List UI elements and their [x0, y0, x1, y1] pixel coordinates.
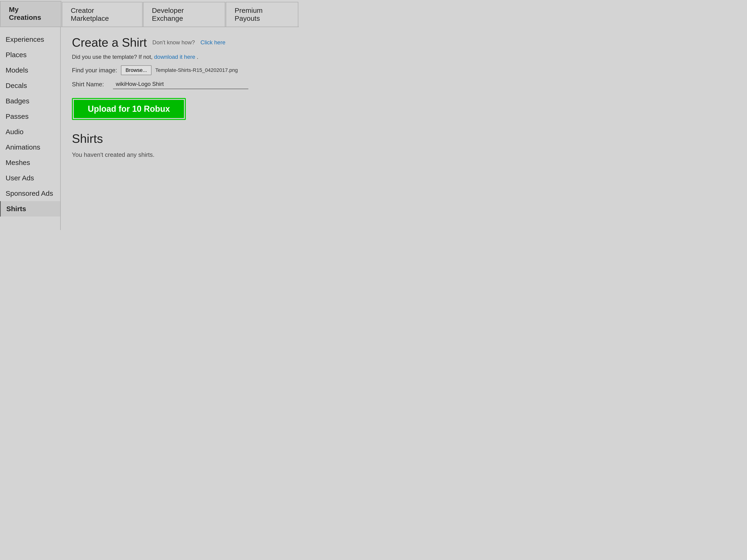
- sidebar-item-audio[interactable]: Audio: [0, 124, 60, 139]
- tab-creator-marketplace[interactable]: Creator Marketplace: [62, 2, 143, 27]
- template-text: Did you use the template? If not,: [72, 54, 153, 60]
- main-layout: Experiences Places Models Decals Badges …: [0, 27, 299, 230]
- sidebar-item-meshes[interactable]: Meshes: [0, 155, 60, 170]
- sidebar: Experiences Places Models Decals Badges …: [0, 27, 61, 230]
- shirt-name-label: Shirt Name:: [72, 81, 109, 88]
- shirts-section-title: Shirts: [72, 132, 288, 145]
- browse-button[interactable]: Browse...: [121, 65, 152, 75]
- sidebar-item-animations[interactable]: Animations: [0, 139, 60, 155]
- sidebar-item-experiences[interactable]: Experiences: [0, 32, 60, 47]
- tab-premium-payouts[interactable]: Premium Payouts: [226, 2, 298, 27]
- download-link[interactable]: download it here: [154, 54, 195, 60]
- template-period: .: [197, 54, 199, 60]
- sidebar-item-user-ads[interactable]: User Ads: [0, 170, 60, 186]
- sidebar-item-shirts[interactable]: Shirts: [0, 201, 60, 216]
- template-line: Did you use the template? If not, downlo…: [72, 54, 288, 60]
- file-name-display: Template-Shirts-R15_04202017.png: [155, 67, 238, 73]
- upload-button[interactable]: Upload for 10 Robux: [74, 100, 184, 118]
- tab-developer-exchange[interactable]: Developer Exchange: [143, 2, 225, 27]
- sidebar-item-decals[interactable]: Decals: [0, 78, 60, 93]
- sidebar-item-models[interactable]: Models: [0, 62, 60, 78]
- dont-know-text: Don't know how?: [152, 39, 195, 46]
- tab-bar: My Creations Creator Marketplace Develop…: [0, 0, 299, 27]
- sidebar-item-places[interactable]: Places: [0, 47, 60, 62]
- content-area: Create a Shirt Don't know how? Click her…: [61, 27, 299, 230]
- create-shirt-section: Create a Shirt Don't know how? Click her…: [72, 35, 288, 120]
- shirt-name-input[interactable]: [113, 79, 248, 89]
- sidebar-item-sponsored-ads[interactable]: Sponsored Ads: [0, 186, 60, 201]
- find-image-row: Find your image: Browse... Template-Shir…: [72, 65, 288, 75]
- no-shirts-text: You haven't created any shirts.: [72, 151, 288, 158]
- sidebar-item-badges[interactable]: Badges: [0, 93, 60, 109]
- sidebar-item-passes[interactable]: Passes: [0, 109, 60, 124]
- shirt-name-row: Shirt Name:: [72, 79, 288, 89]
- click-here-link[interactable]: Click here: [201, 39, 226, 46]
- tab-my-creations[interactable]: My Creations: [0, 1, 61, 27]
- create-shirt-title: Create a Shirt: [72, 35, 147, 50]
- upload-button-wrapper: Upload for 10 Robux: [72, 98, 186, 120]
- create-shirt-title-row: Create a Shirt Don't know how? Click her…: [72, 35, 288, 50]
- find-image-label: Find your image:: [72, 67, 117, 74]
- shirts-section: Shirts You haven't created any shirts.: [72, 132, 288, 158]
